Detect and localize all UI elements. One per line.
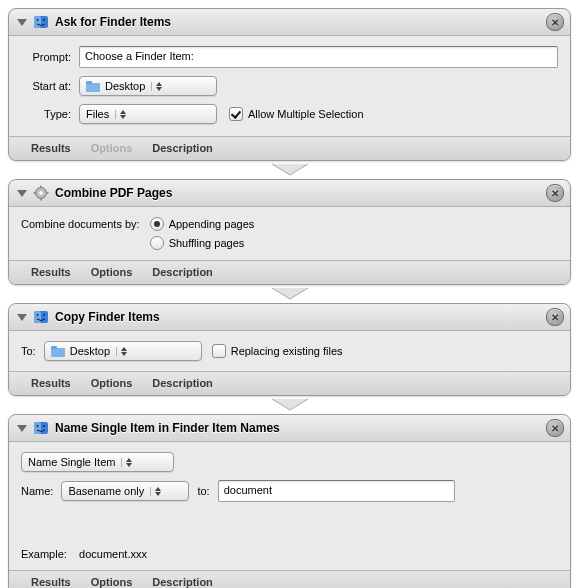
- tab-results[interactable]: Results: [31, 142, 71, 154]
- name-part-popup[interactable]: Basename only: [61, 481, 189, 501]
- tab-description[interactable]: Description: [152, 266, 213, 278]
- popup-arrows-icon: [150, 487, 165, 496]
- svg-point-20: [37, 425, 39, 427]
- appending-label: Appending pages: [169, 218, 255, 230]
- type-label: Type:: [21, 108, 71, 120]
- svg-rect-10: [34, 192, 37, 194]
- desktop-folder-icon: [51, 346, 65, 357]
- tab-description[interactable]: Description: [152, 142, 213, 154]
- svg-rect-4: [86, 83, 100, 92]
- svg-rect-17: [51, 346, 57, 349]
- mode-popup[interactable]: Name Single Item: [21, 452, 174, 472]
- start-at-popup[interactable]: Desktop: [79, 76, 217, 96]
- start-at-value: Desktop: [105, 80, 145, 92]
- tab-description[interactable]: Description: [152, 576, 213, 588]
- allow-multiple-checkbox[interactable]: [229, 107, 243, 121]
- svg-rect-13: [34, 311, 41, 323]
- connector-icon: [8, 398, 571, 412]
- combine-pdf-panel: Combine PDF Pages ✕ Combine documents by…: [8, 179, 571, 285]
- name-to-input[interactable]: document: [218, 480, 455, 502]
- shuffling-label: Shuffling pages: [169, 237, 245, 249]
- desktop-folder-icon: [86, 81, 100, 92]
- to-label: To:: [21, 345, 36, 357]
- svg-point-7: [39, 191, 43, 195]
- svg-point-2: [37, 19, 39, 21]
- panel-footer: Results Options Description: [9, 570, 570, 588]
- tab-description[interactable]: Description: [152, 377, 213, 389]
- tab-results[interactable]: Results: [31, 576, 71, 588]
- connector-icon: [8, 163, 571, 177]
- combine-by-label: Combine documents by:: [21, 217, 140, 230]
- panel-body: Name Single Item Name: Basename only to:…: [9, 442, 570, 570]
- ask-finder-items-panel: Ask for Finder Items ✕ Prompt: Choose a …: [8, 8, 571, 161]
- popup-arrows-icon: [116, 347, 131, 356]
- prompt-input[interactable]: Choose a Finder Item:: [79, 46, 558, 68]
- panel-title: Combine PDF Pages: [55, 186, 172, 200]
- allow-multiple-label: Allow Multiple Selection: [248, 108, 364, 120]
- titlebar[interactable]: Name Single Item in Finder Item Names ✕: [9, 415, 570, 442]
- name-part-value: Basename only: [68, 485, 144, 497]
- svg-point-3: [43, 19, 45, 21]
- name-label: Name:: [21, 485, 53, 497]
- mode-value: Name Single Item: [28, 456, 115, 468]
- svg-rect-11: [46, 192, 49, 194]
- finder-icon: [33, 420, 49, 436]
- tab-options[interactable]: Options: [91, 266, 133, 278]
- copy-finder-items-panel: Copy Finder Items ✕ To: Desktop Replacin…: [8, 303, 571, 396]
- shuffling-radio[interactable]: [150, 236, 164, 250]
- svg-rect-16: [51, 348, 65, 357]
- prompt-label: Prompt:: [21, 51, 71, 63]
- panel-body: To: Desktop Replacing existing files: [9, 331, 570, 371]
- start-at-label: Start at:: [21, 80, 71, 92]
- panel-body: Combine documents by: Appending pages Sh…: [9, 207, 570, 260]
- tab-options[interactable]: Options: [91, 576, 133, 588]
- pdf-gear-icon: [33, 185, 49, 201]
- svg-rect-19: [34, 422, 41, 434]
- close-button[interactable]: ✕: [546, 13, 564, 31]
- type-value: Files: [86, 108, 109, 120]
- disclosure-triangle-icon[interactable]: [17, 425, 27, 432]
- example-value: document.xxx: [79, 548, 147, 560]
- panel-title: Ask for Finder Items: [55, 15, 171, 29]
- tab-options[interactable]: Options: [91, 142, 133, 154]
- svg-point-14: [37, 314, 39, 316]
- tab-results[interactable]: Results: [31, 377, 71, 389]
- panel-title: Copy Finder Items: [55, 310, 160, 324]
- titlebar[interactable]: Combine PDF Pages ✕: [9, 180, 570, 207]
- panel-title: Name Single Item in Finder Item Names: [55, 421, 280, 435]
- svg-rect-5: [86, 81, 92, 84]
- panel-footer: Results Options Description: [9, 136, 570, 160]
- to-value: Desktop: [70, 345, 110, 357]
- panel-footer: Results Options Description: [9, 260, 570, 284]
- svg-rect-9: [40, 198, 42, 201]
- svg-rect-1: [34, 16, 41, 28]
- popup-arrows-icon: [121, 458, 136, 467]
- panel-body: Prompt: Choose a Finder Item: Start at: …: [9, 36, 570, 136]
- finder-icon: [33, 309, 49, 325]
- popup-arrows-icon: [115, 110, 130, 119]
- svg-rect-8: [40, 186, 42, 189]
- titlebar[interactable]: Copy Finder Items ✕: [9, 304, 570, 331]
- appending-radio[interactable]: [150, 217, 164, 231]
- disclosure-triangle-icon[interactable]: [17, 19, 27, 26]
- panel-footer: Results Options Description: [9, 371, 570, 395]
- name-to-label: to:: [197, 485, 209, 497]
- example-label: Example:: [21, 548, 67, 560]
- finder-icon: [33, 14, 49, 30]
- name-single-item-panel: Name Single Item in Finder Item Names ✕ …: [8, 414, 571, 588]
- close-button[interactable]: ✕: [546, 308, 564, 326]
- svg-point-21: [43, 425, 45, 427]
- to-popup[interactable]: Desktop: [44, 341, 202, 361]
- titlebar[interactable]: Ask for Finder Items ✕: [9, 9, 570, 36]
- replace-label: Replacing existing files: [231, 345, 343, 357]
- svg-point-15: [43, 314, 45, 316]
- disclosure-triangle-icon[interactable]: [17, 190, 27, 197]
- disclosure-triangle-icon[interactable]: [17, 314, 27, 321]
- close-button[interactable]: ✕: [546, 184, 564, 202]
- tab-results[interactable]: Results: [31, 266, 71, 278]
- type-popup[interactable]: Files: [79, 104, 217, 124]
- close-button[interactable]: ✕: [546, 419, 564, 437]
- tab-options[interactable]: Options: [91, 377, 133, 389]
- replace-checkbox[interactable]: [212, 344, 226, 358]
- connector-icon: [8, 287, 571, 301]
